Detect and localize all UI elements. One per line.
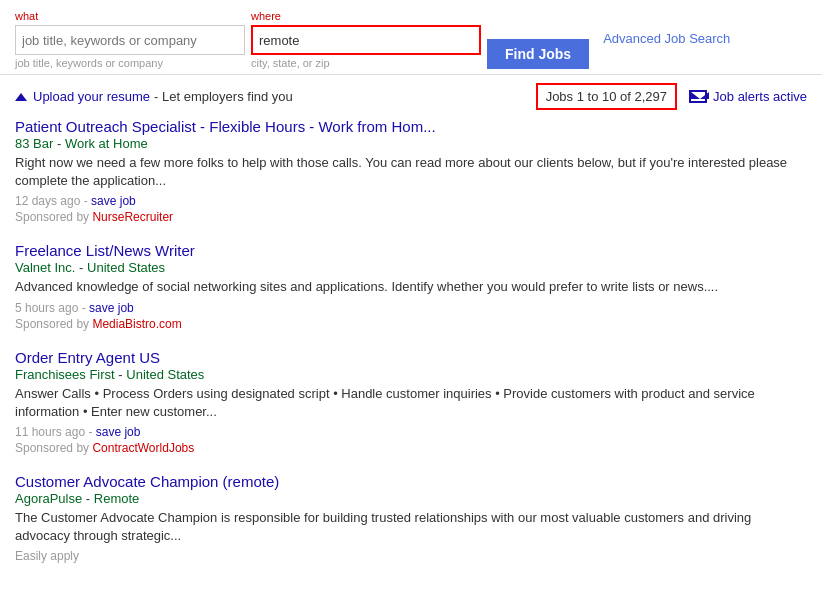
job-item: Freelance List/News Writer Valnet Inc. -… — [15, 242, 807, 330]
job-company: Franchisees First - United States — [15, 367, 807, 382]
mail-icon — [689, 90, 707, 103]
job-alerts[interactable]: Job alerts active — [689, 89, 807, 104]
meta-separator: - — [82, 301, 89, 315]
results-count: Jobs 1 to 10 of 2,297 — [536, 83, 677, 110]
separator: - — [79, 260, 87, 275]
job-location: United States — [87, 260, 165, 275]
upload-resume-sub: - Let employers find you — [154, 89, 293, 104]
meta-separator: - — [88, 425, 95, 439]
upload-resume-label: Upload your resume — [33, 89, 150, 104]
job-title: Patient Outreach Specialist - Flexible H… — [15, 118, 807, 135]
where-label: where — [251, 10, 481, 22]
what-field-group: what job title, keywords or company — [15, 10, 245, 69]
job-item: Customer Advocate Champion (remote) Agor… — [15, 473, 807, 563]
job-location: Work at Home — [65, 136, 148, 151]
job-age: 12 days ago — [15, 194, 80, 208]
company-name: AgoraPulse — [15, 491, 82, 506]
job-title-link[interactable]: Freelance List/News Writer — [15, 242, 195, 259]
company-name: Franchisees First — [15, 367, 115, 382]
job-description: Answer Calls • Process Orders using desi… — [15, 385, 807, 421]
job-company: 83 Bar - Work at Home — [15, 136, 807, 151]
results-info-area: Jobs 1 to 10 of 2,297 Job alerts active — [536, 83, 807, 110]
advanced-search-link[interactable]: Advanced Job Search — [603, 31, 730, 46]
job-meta: 11 hours ago - save job — [15, 425, 807, 439]
sponsored-by: Sponsored by ContractWorldJobs — [15, 441, 807, 455]
what-input[interactable] — [15, 25, 245, 55]
sponsor-link[interactable]: MediaBistro.com — [92, 317, 181, 331]
job-company: Valnet Inc. - United States — [15, 260, 807, 275]
sponsored-by: Sponsored by MediaBistro.com — [15, 317, 807, 331]
job-description: Right now we need a few more folks to he… — [15, 154, 807, 190]
save-job-link[interactable]: save job — [96, 425, 141, 439]
upload-resume-link[interactable]: Upload your resume - Let employers find … — [15, 89, 293, 104]
sponsored-label: Sponsored by — [15, 210, 89, 224]
sub-bar: Upload your resume - Let employers find … — [0, 75, 822, 118]
where-input[interactable] — [251, 25, 481, 55]
sponsor-link[interactable]: NurseRecruiter — [92, 210, 173, 224]
sponsored-label: Sponsored by — [15, 317, 89, 331]
upload-arrow-icon — [15, 93, 27, 101]
job-title-link[interactable]: Order Entry Agent US — [15, 349, 160, 366]
job-title: Order Entry Agent US — [15, 349, 807, 366]
job-meta: Easily apply — [15, 549, 807, 563]
job-location: United States — [126, 367, 204, 382]
job-meta: 5 hours ago - save job — [15, 301, 807, 315]
job-title: Freelance List/News Writer — [15, 242, 807, 259]
save-job-link[interactable]: save job — [91, 194, 136, 208]
what-placeholder-hint: job title, keywords or company — [15, 57, 245, 69]
job-meta: 12 days ago - save job — [15, 194, 807, 208]
job-description: The Customer Advocate Champion is respon… — [15, 509, 807, 545]
job-title: Customer Advocate Champion (remote) — [15, 473, 807, 490]
sponsored-label: Sponsored by — [15, 441, 89, 455]
sponsor-link[interactable]: ContractWorldJobs — [92, 441, 194, 455]
separator: - — [86, 491, 94, 506]
what-label: what — [15, 10, 245, 22]
job-alerts-label: Job alerts active — [713, 89, 807, 104]
company-name: Valnet Inc. — [15, 260, 75, 275]
job-age: 11 hours ago — [15, 425, 85, 439]
job-title-link[interactable]: Patient Outreach Specialist - Flexible H… — [15, 118, 436, 135]
find-jobs-button[interactable]: Find Jobs — [487, 39, 589, 69]
company-name: 83 Bar — [15, 136, 53, 151]
job-description: Advanced knowledge of social networking … — [15, 278, 807, 296]
job-company: AgoraPulse - Remote — [15, 491, 807, 506]
job-location: Remote — [94, 491, 140, 506]
sponsored-by: Sponsored by NurseRecruiter — [15, 210, 807, 224]
where-placeholder-hint: city, state, or zip — [251, 57, 481, 69]
job-item: Patient Outreach Specialist - Flexible H… — [15, 118, 807, 224]
meta-separator: - — [84, 194, 91, 208]
save-job-link[interactable]: save job — [89, 301, 134, 315]
job-title-link[interactable]: Customer Advocate Champion (remote) — [15, 473, 279, 490]
where-field-group: where city, state, or zip — [251, 10, 481, 69]
separator: - — [57, 136, 65, 151]
jobs-container: Patient Outreach Specialist - Flexible H… — [0, 118, 822, 596]
job-age: 5 hours ago — [15, 301, 78, 315]
job-item: Order Entry Agent US Franchisees First -… — [15, 349, 807, 455]
job-age: Easily apply — [15, 549, 79, 563]
search-bar: what job title, keywords or company wher… — [0, 0, 822, 75]
